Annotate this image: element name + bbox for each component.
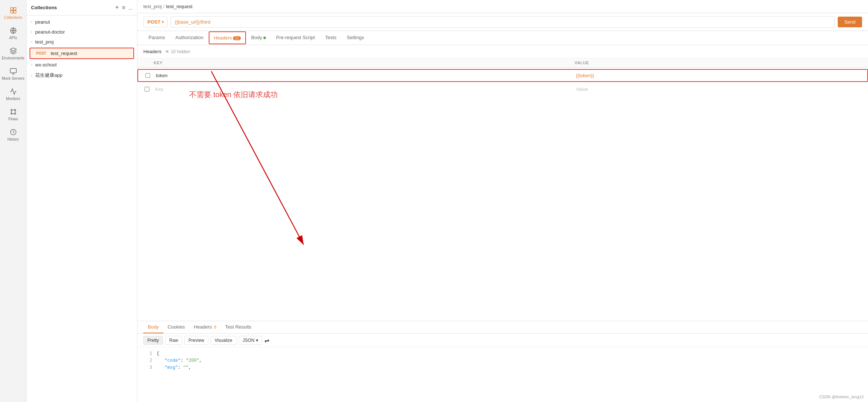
collections-title: Collections: [31, 5, 57, 10]
sidebar-item-collections[interactable]: Collections: [0, 3, 26, 23]
tree-item-label: peanut-doctor: [35, 29, 65, 35]
sidebar-label-environments: Environments: [2, 56, 24, 60]
sidebar-item-monitors[interactable]: Monitors: [0, 84, 26, 104]
more-options-button[interactable]: ...: [128, 5, 133, 11]
sidebar-label-flows: Flows: [8, 117, 18, 121]
response-line-1: 1{: [143, 350, 862, 357]
key-column-header: KEY: [143, 61, 575, 65]
tree-item-label: wx-school: [35, 62, 57, 68]
sidebar-label-history: History: [7, 137, 19, 141]
sidebar-item-environments[interactable]: Environments: [0, 44, 26, 64]
url-input[interactable]: [171, 16, 834, 28]
empty-checkbox[interactable]: [143, 87, 151, 92]
format-preview-button[interactable]: Preview: [184, 336, 208, 345]
sidebar-label-apis: APIs: [9, 36, 17, 40]
empty-value: Value: [575, 85, 862, 93]
breadcrumb-request: test_request: [166, 4, 193, 9]
method-badge: POST: [35, 51, 48, 56]
sidebar-item-apis[interactable]: APIs: [0, 23, 26, 44]
request-tabs: Params Authorization Headers11 Body Pre-…: [137, 31, 868, 45]
svg-rect-0: [10, 8, 13, 10]
body-dot-indicator: [263, 37, 266, 39]
chevron-right-icon: ›: [31, 63, 32, 67]
tab-body[interactable]: Body: [246, 31, 271, 45]
tab-headers[interactable]: Headers11: [209, 31, 246, 44]
format-select-chevron: ▾: [256, 338, 258, 343]
sidebar-label-monitors: Monitors: [6, 97, 20, 101]
header-row-token: token {{token}}: [137, 69, 868, 82]
tree-item-test-proj[interactable]: › test_proj: [27, 37, 137, 47]
tree-item-peanut[interactable]: › peanut: [27, 17, 137, 27]
tree-item-label: peanut: [35, 19, 50, 25]
response-line-3: 3 "msg": "",: [143, 364, 862, 371]
breadcrumb: test_proj / test_request: [137, 0, 868, 13]
main-content: test_proj / test_request POST ▾ Send Par…: [137, 0, 868, 402]
response-body: 1{ 2 "code": "200", 3 "msg": "",: [137, 347, 868, 402]
token-value: {{token}}: [574, 71, 861, 80]
svg-rect-1: [13, 8, 16, 10]
tree-item-peanut-doctor[interactable]: › peanut-doctor: [27, 27, 137, 37]
svg-point-8: [11, 113, 12, 114]
tab-tests[interactable]: Tests: [320, 31, 341, 45]
add-collection-button[interactable]: +: [115, 4, 119, 11]
sidebar-label-mock-servers: Mock Servers: [2, 76, 24, 80]
sidebar-item-history[interactable]: History: [0, 125, 26, 145]
svg-rect-2: [10, 11, 13, 13]
tree-item-huasheng[interactable]: › 花生健康app: [27, 70, 137, 81]
tree-item-label: 花生健康app: [35, 72, 62, 79]
sidebar-icons: Collections APIs Environments Mock Serve…: [0, 0, 27, 402]
chevron-down-icon: ›: [30, 41, 34, 42]
sidebar-item-flows[interactable]: Flows: [0, 104, 26, 125]
annotation-text: 不需要 token 依旧请求成功: [189, 90, 278, 100]
token-checkbox[interactable]: [144, 73, 151, 78]
response-section: Body Cookies Headers 8 Test Results Pret…: [137, 321, 868, 402]
svg-rect-5: [10, 69, 16, 73]
chevron-right-icon: ›: [31, 73, 32, 78]
response-headers-badge: 8: [214, 325, 216, 329]
collections-actions: + ≡ ...: [115, 4, 133, 11]
wrap-lines-button[interactable]: ⇌: [264, 337, 269, 344]
annotation-arrow: [137, 68, 868, 321]
tab-params[interactable]: Params: [143, 31, 170, 45]
method-dropdown-icon: ▾: [162, 20, 164, 24]
collections-panel: Collections + ≡ ... › peanut › peanut-do…: [27, 0, 137, 402]
format-raw-button[interactable]: Raw: [165, 336, 182, 345]
tab-authorization[interactable]: Authorization: [170, 31, 209, 45]
request-body-area: token {{token}} Key Value 不需要 token 依旧请求…: [137, 68, 868, 321]
sidebar-label-collections: Collections: [4, 16, 22, 20]
hidden-count-badge: 👁 10 hidden: [165, 49, 190, 54]
headers-badge: 11: [233, 36, 241, 40]
svg-rect-3: [13, 11, 16, 13]
chevron-right-icon: ›: [31, 20, 32, 24]
response-tabs: Body Cookies Headers 8 Test Results: [137, 321, 868, 334]
response-tab-cookies[interactable]: Cookies: [163, 321, 189, 333]
tree-item-test-request[interactable]: POST test_request: [30, 48, 134, 59]
format-pretty-button[interactable]: Pretty: [143, 336, 163, 345]
collections-tree: › peanut › peanut-doctor › test_proj POS…: [27, 16, 137, 402]
format-visualize-button[interactable]: Visualize: [211, 336, 236, 345]
chevron-right-icon: ›: [31, 30, 32, 34]
url-bar: POST ▾ Send: [137, 13, 868, 31]
sidebar-item-mock-servers[interactable]: Mock Servers: [0, 64, 26, 84]
svg-point-9: [14, 113, 16, 114]
response-format-bar: Pretty Raw Preview Visualize JSON ▾ ⇌: [137, 334, 868, 347]
response-line-2: 2 "code": "200",: [143, 357, 862, 364]
response-tab-test-results[interactable]: Test Results: [221, 321, 256, 333]
json-format-select[interactable]: JSON ▾: [239, 336, 262, 345]
watermark: CSDN @thirteen_king13: [819, 395, 864, 399]
response-tab-body[interactable]: Body: [143, 321, 163, 333]
format-select-label: JSON: [243, 338, 254, 343]
tab-settings[interactable]: Settings: [342, 31, 369, 45]
tree-item-label: test_proj: [35, 39, 54, 45]
kv-table-header: KEY VALUE: [137, 58, 868, 68]
tree-item-wx-school[interactable]: › wx-school: [27, 60, 137, 70]
tab-pre-request[interactable]: Pre-request Script: [271, 31, 320, 45]
method-label: POST: [147, 19, 160, 25]
response-tab-headers[interactable]: Headers 8: [189, 321, 221, 333]
method-select[interactable]: POST ▾: [143, 17, 168, 27]
breadcrumb-separator: /: [163, 4, 165, 9]
filter-button[interactable]: ≡: [122, 4, 125, 11]
headers-subheader: Headers 👁 10 hidden: [137, 45, 868, 58]
send-button[interactable]: Send: [838, 17, 862, 27]
token-key: token: [154, 71, 574, 80]
